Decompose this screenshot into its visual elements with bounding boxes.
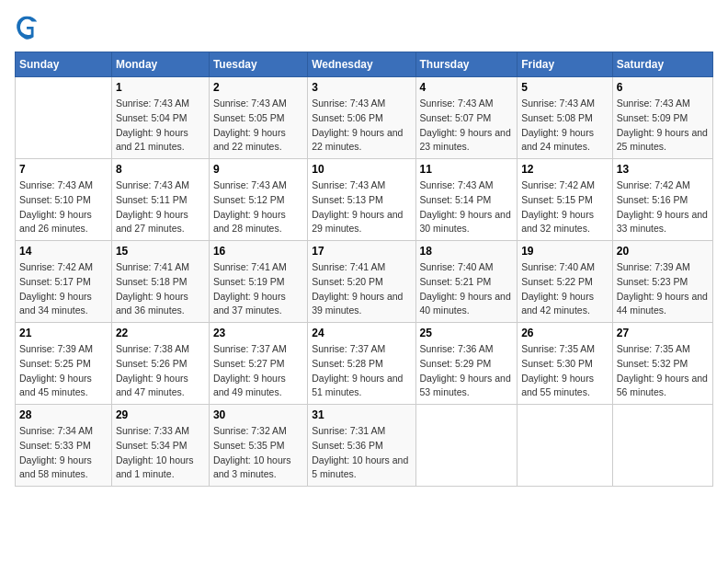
day-info: Sunrise: 7:43 AMSunset: 5:04 PMDaylight:… <box>116 97 205 155</box>
day-info: Sunrise: 7:42 AMSunset: 5:15 PMDaylight:… <box>521 178 609 236</box>
header-friday: Friday <box>518 52 613 77</box>
day-number: 13 <box>617 163 709 176</box>
calendar-cell: 7 Sunrise: 7:43 AMSunset: 5:10 PMDayligh… <box>16 159 112 241</box>
calendar-cell: 12 Sunrise: 7:42 AMSunset: 5:15 PMDaylig… <box>518 159 613 241</box>
day-info: Sunrise: 7:39 AMSunset: 5:23 PMDaylight:… <box>617 260 709 318</box>
page-header <box>15 15 713 40</box>
day-number: 9 <box>213 163 303 176</box>
calendar-cell: 6 Sunrise: 7:43 AMSunset: 5:09 PMDayligh… <box>612 77 712 159</box>
day-info: Sunrise: 7:43 AMSunset: 5:14 PMDaylight:… <box>420 178 514 236</box>
day-info: Sunrise: 7:43 AMSunset: 5:07 PMDaylight:… <box>420 97 514 155</box>
day-number: 12 <box>521 163 609 176</box>
calendar-cell: 20 Sunrise: 7:39 AMSunset: 5:23 PMDaylig… <box>612 241 712 323</box>
day-number: 1 <box>116 81 205 94</box>
day-number: 21 <box>19 327 108 339</box>
day-info: Sunrise: 7:43 AMSunset: 5:11 PMDaylight:… <box>116 178 205 236</box>
day-number: 8 <box>116 163 205 176</box>
calendar-cell: 10 Sunrise: 7:43 AMSunset: 5:13 PMDaylig… <box>308 159 415 241</box>
calendar-cell: 14 Sunrise: 7:42 AMSunset: 5:17 PMDaylig… <box>16 241 112 323</box>
day-number: 16 <box>213 245 303 258</box>
day-number: 2 <box>213 81 303 94</box>
day-info: Sunrise: 7:31 AMSunset: 5:36 PMDaylight:… <box>312 424 411 482</box>
day-info: Sunrise: 7:37 AMSunset: 5:27 PMDaylight:… <box>213 342 303 400</box>
header-saturday: Saturday <box>612 52 712 77</box>
day-number: 3 <box>312 81 411 94</box>
calendar-table: SundayMondayTuesdayWednesdayThursdayFrid… <box>15 52 713 487</box>
day-info: Sunrise: 7:32 AMSunset: 5:35 PMDaylight:… <box>213 424 303 482</box>
day-number: 7 <box>19 163 108 176</box>
header-thursday: Thursday <box>415 52 518 77</box>
calendar-cell: 16 Sunrise: 7:41 AMSunset: 5:19 PMDaylig… <box>209 241 307 323</box>
calendar-cell <box>518 405 613 487</box>
day-info: Sunrise: 7:42 AMSunset: 5:16 PMDaylight:… <box>617 178 709 236</box>
day-info: Sunrise: 7:39 AMSunset: 5:25 PMDaylight:… <box>19 342 108 400</box>
day-info: Sunrise: 7:35 AMSunset: 5:32 PMDaylight:… <box>617 342 709 400</box>
day-info: Sunrise: 7:43 AMSunset: 5:06 PMDaylight:… <box>312 97 411 155</box>
day-number: 18 <box>420 245 514 258</box>
calendar-cell: 2 Sunrise: 7:43 AMSunset: 5:05 PMDayligh… <box>209 77 307 159</box>
day-number: 28 <box>19 408 108 421</box>
calendar-cell: 18 Sunrise: 7:40 AMSunset: 5:21 PMDaylig… <box>415 241 518 323</box>
calendar-cell: 17 Sunrise: 7:41 AMSunset: 5:20 PMDaylig… <box>308 241 415 323</box>
calendar-week-row: 28 Sunrise: 7:34 AMSunset: 5:33 PMDaylig… <box>16 405 713 487</box>
day-info: Sunrise: 7:36 AMSunset: 5:29 PMDaylight:… <box>420 342 514 400</box>
day-number: 11 <box>420 163 514 176</box>
day-number: 15 <box>116 245 205 258</box>
day-info: Sunrise: 7:33 AMSunset: 5:34 PMDaylight:… <box>116 424 205 482</box>
day-number: 20 <box>617 245 709 258</box>
calendar-cell: 11 Sunrise: 7:43 AMSunset: 5:14 PMDaylig… <box>415 159 518 241</box>
day-number: 23 <box>213 327 303 339</box>
day-info: Sunrise: 7:38 AMSunset: 5:26 PMDaylight:… <box>116 342 205 400</box>
day-info: Sunrise: 7:43 AMSunset: 5:09 PMDaylight:… <box>617 97 709 155</box>
calendar-cell: 27 Sunrise: 7:35 AMSunset: 5:32 PMDaylig… <box>612 323 712 405</box>
day-info: Sunrise: 7:42 AMSunset: 5:17 PMDaylight:… <box>19 260 108 318</box>
day-info: Sunrise: 7:43 AMSunset: 5:08 PMDaylight:… <box>521 97 609 155</box>
calendar-cell <box>612 405 712 487</box>
calendar-cell: 4 Sunrise: 7:43 AMSunset: 5:07 PMDayligh… <box>415 77 518 159</box>
day-info: Sunrise: 7:43 AMSunset: 5:12 PMDaylight:… <box>213 178 303 236</box>
calendar-week-row: 14 Sunrise: 7:42 AMSunset: 5:17 PMDaylig… <box>16 241 713 323</box>
calendar-cell: 28 Sunrise: 7:34 AMSunset: 5:33 PMDaylig… <box>16 405 112 487</box>
calendar-cell: 8 Sunrise: 7:43 AMSunset: 5:11 PMDayligh… <box>111 159 209 241</box>
day-number: 27 <box>617 327 709 339</box>
day-number: 25 <box>420 327 514 339</box>
day-number: 26 <box>521 327 609 339</box>
day-number: 19 <box>521 245 609 258</box>
day-number: 29 <box>116 408 205 421</box>
day-number: 14 <box>19 245 108 258</box>
day-number: 30 <box>213 408 303 421</box>
day-number: 6 <box>617 81 709 94</box>
calendar-week-row: 1 Sunrise: 7:43 AMSunset: 5:04 PMDayligh… <box>16 77 713 159</box>
day-number: 17 <box>312 245 411 258</box>
day-number: 5 <box>521 81 609 94</box>
day-number: 10 <box>312 163 411 176</box>
calendar-week-row: 21 Sunrise: 7:39 AMSunset: 5:25 PMDaylig… <box>16 323 713 405</box>
calendar-cell: 13 Sunrise: 7:42 AMSunset: 5:16 PMDaylig… <box>612 159 712 241</box>
day-number: 24 <box>312 327 411 339</box>
day-info: Sunrise: 7:43 AMSunset: 5:13 PMDaylight:… <box>312 178 411 236</box>
logo-icon <box>15 15 40 40</box>
calendar-cell: 25 Sunrise: 7:36 AMSunset: 5:29 PMDaylig… <box>415 323 518 405</box>
day-info: Sunrise: 7:41 AMSunset: 5:20 PMDaylight:… <box>312 260 411 318</box>
day-info: Sunrise: 7:43 AMSunset: 5:05 PMDaylight:… <box>213 97 303 155</box>
calendar-cell: 31 Sunrise: 7:31 AMSunset: 5:36 PMDaylig… <box>308 405 415 487</box>
day-info: Sunrise: 7:37 AMSunset: 5:28 PMDaylight:… <box>312 342 411 400</box>
calendar-cell <box>415 405 518 487</box>
day-info: Sunrise: 7:40 AMSunset: 5:21 PMDaylight:… <box>420 260 514 318</box>
calendar-week-row: 7 Sunrise: 7:43 AMSunset: 5:10 PMDayligh… <box>16 159 713 241</box>
day-info: Sunrise: 7:43 AMSunset: 5:10 PMDaylight:… <box>19 178 108 236</box>
calendar-cell: 29 Sunrise: 7:33 AMSunset: 5:34 PMDaylig… <box>111 405 209 487</box>
day-info: Sunrise: 7:41 AMSunset: 5:19 PMDaylight:… <box>213 260 303 318</box>
logo <box>15 15 44 40</box>
calendar-header-row: SundayMondayTuesdayWednesdayThursdayFrid… <box>16 52 713 77</box>
header-wednesday: Wednesday <box>308 52 415 77</box>
day-info: Sunrise: 7:35 AMSunset: 5:30 PMDaylight:… <box>521 342 609 400</box>
day-info: Sunrise: 7:34 AMSunset: 5:33 PMDaylight:… <box>19 424 108 482</box>
calendar-cell: 24 Sunrise: 7:37 AMSunset: 5:28 PMDaylig… <box>308 323 415 405</box>
calendar-cell: 19 Sunrise: 7:40 AMSunset: 5:22 PMDaylig… <box>518 241 613 323</box>
calendar-cell <box>16 77 112 159</box>
calendar-cell: 3 Sunrise: 7:43 AMSunset: 5:06 PMDayligh… <box>308 77 415 159</box>
calendar-cell: 26 Sunrise: 7:35 AMSunset: 5:30 PMDaylig… <box>518 323 613 405</box>
day-number: 4 <box>420 81 514 94</box>
day-number: 31 <box>312 408 411 421</box>
